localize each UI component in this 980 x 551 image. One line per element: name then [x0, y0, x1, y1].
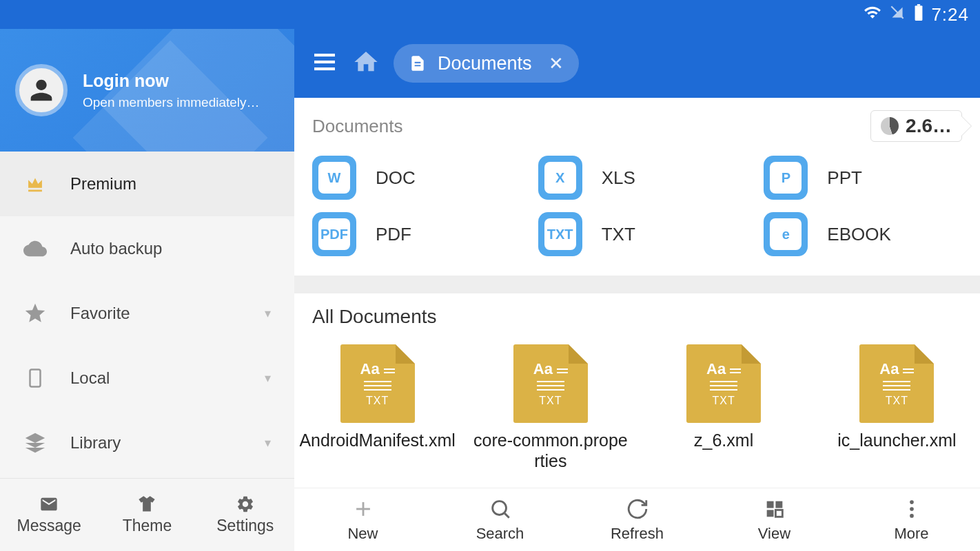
svg-rect-1 — [915, 6, 923, 21]
footer-theme[interactable]: Theme — [98, 479, 196, 551]
bottombar-more[interactable]: More — [843, 488, 980, 551]
file-thumb-icon: Aa TXT — [513, 344, 588, 423]
sidebar-item-library[interactable]: Library ▾ — [0, 410, 294, 475]
refresh-icon — [626, 497, 649, 523]
status-bar: 7:24 — [0, 0, 980, 29]
file-thumb-icon: Aa TXT — [859, 344, 934, 423]
storage-chip[interactable]: 2.6… — [870, 110, 962, 142]
type-txt[interactable]: TXTTXT — [538, 212, 737, 256]
grid-icon — [763, 497, 786, 523]
svg-rect-11 — [766, 501, 773, 508]
file-item[interactable]: Aa TXTAndroidManifest.xml — [294, 337, 460, 478]
home-icon[interactable] — [352, 48, 380, 79]
sidebar-footer: Message Theme Settings — [0, 478, 294, 551]
sidebar-item-label: Favorite — [70, 304, 241, 323]
profile-card[interactable]: Login now Open members immediately enjoy… — [0, 29, 294, 152]
type-label: PDF — [376, 224, 411, 245]
bottombar-label: Search — [476, 525, 524, 543]
file-thumb-icon: Aa TXT — [340, 344, 415, 423]
type-icon: X — [538, 156, 582, 200]
type-doc[interactable]: WDOC — [312, 156, 511, 200]
divider — [294, 276, 980, 293]
dots-icon — [900, 497, 923, 523]
sidebar-item-local[interactable]: Local ▾ — [0, 346, 294, 410]
file-item[interactable]: Aa TXTcore-common.properties — [467, 337, 633, 478]
file-name: ic_launcher.xml — [837, 430, 956, 450]
status-time: 7:24 — [931, 4, 969, 25]
svg-rect-12 — [775, 501, 782, 508]
chevron-down-icon: ▾ — [265, 435, 271, 450]
shirt-icon — [137, 495, 156, 514]
chevron-down-icon: ▾ — [265, 306, 271, 321]
document-icon — [409, 54, 427, 72]
file-name: z_6.xml — [694, 430, 753, 450]
crown-icon — [23, 172, 47, 196]
cloud-sync-icon — [23, 237, 47, 260]
sidebar-item-premium[interactable]: Premium — [0, 152, 294, 216]
sidebar-item-label: Premium — [70, 174, 271, 194]
phone-icon — [23, 366, 47, 390]
type-icon: e — [764, 212, 808, 256]
all-documents-title: All Documents — [294, 293, 980, 332]
svg-point-15 — [910, 500, 914, 504]
file-thumb-icon: Aa TXT — [686, 344, 761, 423]
sidebar-item-label: Auto backup — [70, 239, 271, 258]
menu-icon[interactable] — [311, 48, 338, 79]
breadcrumb[interactable]: Documents ✕ — [394, 44, 579, 83]
profile-subtitle: Open members immediately enjoy all… — [83, 95, 262, 110]
type-icon: PDF — [312, 212, 356, 256]
file-item[interactable]: Aa TXTic_launcher.xml — [814, 337, 980, 478]
type-icon: TXT — [538, 212, 582, 256]
breadcrumb-label: Documents — [438, 53, 532, 74]
bottombar-view[interactable]: View — [706, 488, 843, 551]
type-label: PPT — [827, 167, 862, 189]
file-item[interactable]: Aa TXTz_6.xml — [641, 337, 807, 478]
type-icon: W — [312, 156, 356, 200]
footer-label: Theme — [123, 517, 172, 535]
main: Documents ✕ Documents 2.6… WDOCXXLSPPPTP… — [294, 29, 980, 551]
chevron-down-icon: ▾ — [265, 371, 271, 386]
bottombar-new[interactable]: New — [294, 488, 431, 551]
sidebar-item-label: Library — [70, 433, 241, 453]
sidebar-item-autobackup[interactable]: Auto backup — [0, 216, 294, 281]
star-icon — [23, 302, 47, 325]
bottombar-label: Refresh — [611, 525, 664, 543]
profile-title: Login now — [83, 71, 262, 91]
pie-icon — [881, 117, 899, 135]
type-ppt[interactable]: PPPT — [764, 156, 962, 200]
storage-value: 2.6… — [906, 115, 952, 137]
wifi-icon — [864, 3, 881, 26]
bottombar-refresh[interactable]: Refresh — [569, 488, 706, 551]
sidebar-item-favorite[interactable]: Favorite ▾ — [0, 281, 294, 346]
svg-point-17 — [910, 514, 914, 518]
no-sim-icon — [888, 3, 906, 26]
svg-point-16 — [910, 507, 914, 511]
close-icon[interactable]: ✕ — [549, 53, 564, 74]
type-xls[interactable]: XXLS — [538, 156, 737, 200]
bottombar-label: New — [347, 525, 378, 543]
sidebar-item-label: Local — [70, 368, 241, 388]
footer-message[interactable]: Message — [0, 479, 98, 551]
type-label: XLS — [602, 167, 635, 189]
svg-rect-3 — [30, 370, 41, 387]
svg-line-10 — [504, 513, 509, 517]
footer-label: Settings — [216, 517, 274, 535]
svg-rect-14 — [775, 510, 782, 517]
section-title: Documents — [312, 116, 403, 137]
type-ebook[interactable]: eEBOOK — [764, 212, 962, 256]
file-name: AndroidManifest.xml — [299, 430, 455, 450]
bottombar-search[interactable]: Search — [431, 488, 569, 551]
svg-rect-13 — [766, 510, 773, 517]
type-pdf[interactable]: PDFPDF — [312, 212, 511, 256]
mail-icon — [39, 495, 59, 514]
battery-icon — [913, 3, 924, 26]
topbar: Documents ✕ — [294, 29, 980, 98]
layers-icon — [23, 431, 47, 455]
type-icon: P — [764, 156, 808, 200]
bottombar-label: More — [894, 525, 928, 543]
svg-point-9 — [492, 501, 506, 514]
bottombar: New Search Refresh View More — [294, 488, 980, 551]
svg-rect-2 — [917, 4, 920, 6]
footer-settings[interactable]: Settings — [196, 479, 294, 551]
type-label: EBOOK — [827, 224, 890, 245]
